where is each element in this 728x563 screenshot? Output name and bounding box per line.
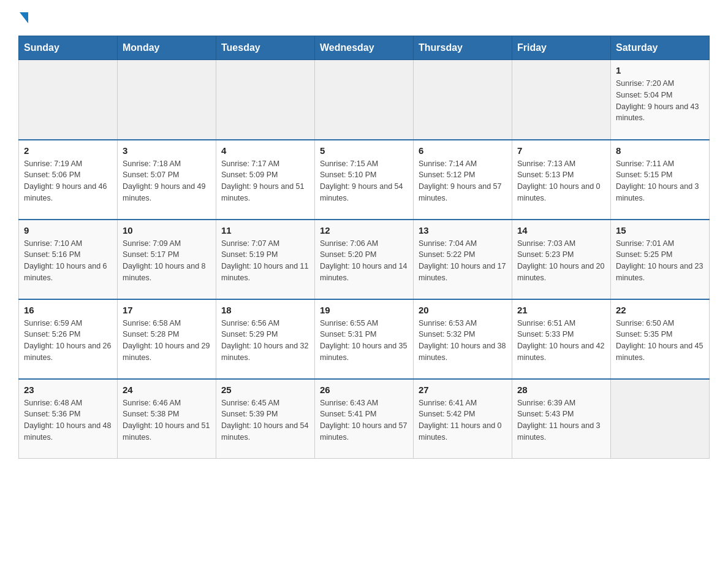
day-number: 18 — [221, 305, 309, 315]
calendar-cell: 22Sunrise: 6:50 AM Sunset: 5:35 PM Dayli… — [611, 299, 710, 379]
logo-arrow-icon — [20, 12, 28, 23]
day-number: 19 — [320, 305, 408, 315]
day-number: 7 — [517, 145, 605, 156]
calendar-table: SundayMondayTuesdayWednesdayThursdayFrid… — [18, 36, 710, 459]
day-number: 26 — [320, 385, 408, 395]
day-info: Sunrise: 7:14 AM Sunset: 5:12 PM Dayligh… — [419, 158, 507, 204]
calendar-cell: 18Sunrise: 6:56 AM Sunset: 5:29 PM Dayli… — [216, 299, 315, 379]
day-number: 20 — [419, 305, 507, 315]
calendar-cell: 12Sunrise: 7:06 AM Sunset: 5:20 PM Dayli… — [315, 220, 414, 299]
calendar-cell: 26Sunrise: 6:43 AM Sunset: 5:41 PM Dayli… — [315, 379, 414, 459]
day-number: 24 — [123, 385, 211, 395]
day-info: Sunrise: 6:45 AM Sunset: 5:39 PM Dayligh… — [221, 397, 309, 443]
calendar-week-row: 1Sunrise: 7:20 AM Sunset: 5:04 PM Daylig… — [19, 60, 710, 140]
column-header-monday: Monday — [118, 36, 216, 60]
day-info: Sunrise: 6:51 AM Sunset: 5:33 PM Dayligh… — [517, 318, 605, 364]
day-number: 11 — [221, 225, 309, 236]
logo — [18, 12, 29, 23]
calendar-cell — [512, 60, 611, 140]
calendar-cell: 3Sunrise: 7:18 AM Sunset: 5:07 PM Daylig… — [118, 140, 216, 220]
day-info: Sunrise: 6:53 AM Sunset: 5:32 PM Dayligh… — [419, 318, 507, 364]
day-number: 4 — [221, 145, 309, 156]
calendar-cell: 21Sunrise: 6:51 AM Sunset: 5:33 PM Dayli… — [512, 299, 611, 379]
calendar-cell — [118, 60, 216, 140]
day-number: 23 — [24, 385, 112, 395]
calendar-header-row: SundayMondayTuesdayWednesdayThursdayFrid… — [19, 36, 710, 60]
calendar-cell: 25Sunrise: 6:45 AM Sunset: 5:39 PM Dayli… — [216, 379, 315, 459]
day-info: Sunrise: 7:18 AM Sunset: 5:07 PM Dayligh… — [123, 158, 211, 204]
calendar-week-row: 16Sunrise: 6:59 AM Sunset: 5:26 PM Dayli… — [19, 299, 710, 379]
day-info: Sunrise: 6:55 AM Sunset: 5:31 PM Dayligh… — [320, 318, 408, 364]
day-info: Sunrise: 7:01 AM Sunset: 5:25 PM Dayligh… — [616, 238, 704, 284]
calendar-cell: 10Sunrise: 7:09 AM Sunset: 5:17 PM Dayli… — [118, 220, 216, 299]
column-header-sunday: Sunday — [19, 36, 118, 60]
day-info: Sunrise: 7:15 AM Sunset: 5:10 PM Dayligh… — [320, 158, 408, 204]
day-number: 17 — [123, 305, 211, 315]
page-header — [18, 12, 710, 23]
calendar-week-row: 2Sunrise: 7:19 AM Sunset: 5:06 PM Daylig… — [19, 140, 710, 220]
day-number: 22 — [616, 305, 704, 315]
calendar-cell: 19Sunrise: 6:55 AM Sunset: 5:31 PM Dayli… — [315, 299, 414, 379]
calendar-cell — [216, 60, 315, 140]
calendar-cell — [611, 379, 710, 459]
day-number: 6 — [419, 145, 507, 156]
day-info: Sunrise: 6:41 AM Sunset: 5:42 PM Dayligh… — [419, 397, 507, 443]
day-number: 2 — [24, 145, 112, 156]
day-info: Sunrise: 6:46 AM Sunset: 5:38 PM Dayligh… — [123, 397, 211, 443]
day-info: Sunrise: 7:06 AM Sunset: 5:20 PM Dayligh… — [320, 238, 408, 284]
day-number: 15 — [616, 225, 704, 236]
calendar-cell: 5Sunrise: 7:15 AM Sunset: 5:10 PM Daylig… — [315, 140, 414, 220]
day-info: Sunrise: 7:07 AM Sunset: 5:19 PM Dayligh… — [221, 238, 309, 284]
calendar-cell: 23Sunrise: 6:48 AM Sunset: 5:36 PM Dayli… — [19, 379, 118, 459]
day-info: Sunrise: 7:10 AM Sunset: 5:16 PM Dayligh… — [24, 238, 112, 284]
calendar-cell — [19, 60, 118, 140]
day-number: 3 — [123, 145, 211, 156]
calendar-cell: 13Sunrise: 7:04 AM Sunset: 5:22 PM Dayli… — [414, 220, 512, 299]
calendar-cell — [315, 60, 414, 140]
day-number: 16 — [24, 305, 112, 315]
calendar-cell: 4Sunrise: 7:17 AM Sunset: 5:09 PM Daylig… — [216, 140, 315, 220]
day-info: Sunrise: 7:04 AM Sunset: 5:22 PM Dayligh… — [419, 238, 507, 284]
column-header-thursday: Thursday — [414, 36, 512, 60]
calendar-cell: 7Sunrise: 7:13 AM Sunset: 5:13 PM Daylig… — [512, 140, 611, 220]
calendar-cell: 28Sunrise: 6:39 AM Sunset: 5:43 PM Dayli… — [512, 379, 611, 459]
calendar-cell: 17Sunrise: 6:58 AM Sunset: 5:28 PM Dayli… — [118, 299, 216, 379]
day-info: Sunrise: 7:11 AM Sunset: 5:15 PM Dayligh… — [616, 158, 704, 204]
day-number: 25 — [221, 385, 309, 395]
day-info: Sunrise: 6:43 AM Sunset: 5:41 PM Dayligh… — [320, 397, 408, 443]
day-info: Sunrise: 6:56 AM Sunset: 5:29 PM Dayligh… — [221, 318, 309, 364]
day-number: 8 — [616, 145, 704, 156]
column-header-saturday: Saturday — [611, 36, 710, 60]
day-info: Sunrise: 7:03 AM Sunset: 5:23 PM Dayligh… — [517, 238, 605, 284]
calendar-cell — [414, 60, 512, 140]
calendar-week-row: 23Sunrise: 6:48 AM Sunset: 5:36 PM Dayli… — [19, 379, 710, 459]
calendar-cell: 14Sunrise: 7:03 AM Sunset: 5:23 PM Dayli… — [512, 220, 611, 299]
day-number: 28 — [517, 385, 605, 395]
day-number: 9 — [24, 225, 112, 236]
day-info: Sunrise: 7:19 AM Sunset: 5:06 PM Dayligh… — [24, 158, 112, 204]
calendar-cell: 20Sunrise: 6:53 AM Sunset: 5:32 PM Dayli… — [414, 299, 512, 379]
column-header-tuesday: Tuesday — [216, 36, 315, 60]
calendar-week-row: 9Sunrise: 7:10 AM Sunset: 5:16 PM Daylig… — [19, 220, 710, 299]
calendar-cell: 1Sunrise: 7:20 AM Sunset: 5:04 PM Daylig… — [611, 60, 710, 140]
day-number: 12 — [320, 225, 408, 236]
calendar-cell: 27Sunrise: 6:41 AM Sunset: 5:42 PM Dayli… — [414, 379, 512, 459]
day-info: Sunrise: 6:59 AM Sunset: 5:26 PM Dayligh… — [24, 318, 112, 364]
day-info: Sunrise: 6:48 AM Sunset: 5:36 PM Dayligh… — [24, 397, 112, 443]
day-number: 14 — [517, 225, 605, 236]
day-info: Sunrise: 6:39 AM Sunset: 5:43 PM Dayligh… — [517, 397, 605, 443]
day-number: 21 — [517, 305, 605, 315]
day-info: Sunrise: 7:17 AM Sunset: 5:09 PM Dayligh… — [221, 158, 309, 204]
calendar-cell: 8Sunrise: 7:11 AM Sunset: 5:15 PM Daylig… — [611, 140, 710, 220]
calendar-cell: 2Sunrise: 7:19 AM Sunset: 5:06 PM Daylig… — [19, 140, 118, 220]
day-info: Sunrise: 7:13 AM Sunset: 5:13 PM Dayligh… — [517, 158, 605, 204]
calendar-cell: 6Sunrise: 7:14 AM Sunset: 5:12 PM Daylig… — [414, 140, 512, 220]
column-header-friday: Friday — [512, 36, 611, 60]
calendar-cell: 9Sunrise: 7:10 AM Sunset: 5:16 PM Daylig… — [19, 220, 118, 299]
day-info: Sunrise: 6:58 AM Sunset: 5:28 PM Dayligh… — [123, 318, 211, 364]
calendar-cell: 11Sunrise: 7:07 AM Sunset: 5:19 PM Dayli… — [216, 220, 315, 299]
day-info: Sunrise: 7:09 AM Sunset: 5:17 PM Dayligh… — [123, 238, 211, 284]
day-info: Sunrise: 7:20 AM Sunset: 5:04 PM Dayligh… — [616, 78, 704, 124]
column-header-wednesday: Wednesday — [315, 36, 414, 60]
calendar-cell: 24Sunrise: 6:46 AM Sunset: 5:38 PM Dayli… — [118, 379, 216, 459]
